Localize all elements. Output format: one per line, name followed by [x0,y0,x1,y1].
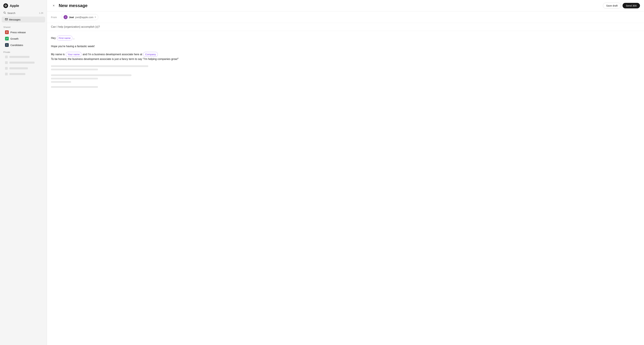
skeleton-line-3 [51,74,132,76]
skeleton-dot-4 [5,73,8,75]
press-release-label: Press release [10,31,26,34]
skeleton-dot-1 [5,56,8,58]
close-icon: × [53,4,55,8]
skeleton-dot-3 [5,67,8,70]
shared-section-label: Shared [0,23,47,29]
sidebar: Apple Search 1.2K Messages Shared [0,0,47,345]
private-item-4 [2,71,45,77]
skeleton-bar-2 [10,62,34,64]
skeleton-line-4 [51,78,98,79]
messages-label: Messages [9,18,20,21]
press-release-icon [5,30,9,34]
messages-icon [5,18,8,21]
app-name: Apple [10,4,19,8]
business-dev-text: and I'm a business development associate… [83,53,143,56]
growth-label: Growth [10,37,18,40]
compose-area: From J Joei joei@apple.com ▾ Can I help … [47,12,644,345]
from-selector[interactable]: J Joei joei@apple.com ▾ [61,14,98,20]
send-button[interactable]: Send 300 [622,3,640,9]
skeleton-block-1 [51,65,640,70]
sender-avatar: J [64,15,68,19]
from-label: From [51,16,59,19]
growth-icon [5,37,9,41]
save-draft-button[interactable]: Save draft [603,3,621,9]
skeleton-block-2 [51,74,640,83]
search-label: Search [8,12,16,15]
skeleton-dot-2 [5,61,8,64]
your-name-tag[interactable]: Your name [66,52,82,57]
chevron-down-icon: ▾ [95,16,96,18]
my-name-is-text: My name is [51,53,66,56]
skeleton-bar-1 [10,56,30,58]
from-row: From J Joei joei@apple.com ▾ [47,12,644,23]
svg-line-3 [5,13,6,14]
skeleton-line-5 [51,81,71,83]
first-name-tag[interactable]: First name [57,36,72,41]
messages-nav-item[interactable]: Messages [2,17,45,23]
intro-paragraph: My name is Your name and I'm a business … [51,52,640,62]
app-logo [3,3,8,8]
skeleton-line-1 [51,65,148,67]
comma-text: , [74,37,74,40]
search-count: 1.2K [39,12,44,14]
compose-title: New message [59,3,88,8]
subject-text: Can I help {organization} accomplish {x}… [51,25,100,28]
week-paragraph: Hope you're having a fantastic week! [51,44,640,49]
private-item-2 [2,60,45,65]
skeleton-block-3 [51,86,640,88]
candidates-icon [5,43,9,47]
sender-email: joei@apple.com [75,16,94,19]
private-item-3 [2,66,45,71]
skeleton-line-6 [51,86,98,88]
skeleton-bar-3 [10,67,28,69]
skeleton-line-2 [51,69,98,70]
sidebar-header: Apple [0,0,47,10]
compose-header: × New message Save draft Send 300 [47,0,644,12]
main-content: × New message Save draft Send 300 From J… [47,0,644,345]
sidebar-item-press-release[interactable]: Press release [2,29,45,35]
email-body[interactable]: Hey First name , Hope you're having a fa… [47,31,644,96]
candidates-label: Candidates [10,44,23,47]
company-tag[interactable]: Company [143,52,158,57]
header-actions: Save draft Send 300 [603,3,640,9]
header-left: × New message [51,3,88,9]
close-button[interactable]: × [51,3,56,9]
honest-text: To be honest, the business development a… [51,58,178,61]
sidebar-item-candidates[interactable]: Candidates [2,42,45,48]
sidebar-item-growth[interactable]: Growth [2,36,45,42]
search-icon [3,12,6,15]
private-section-label: Private [0,48,47,54]
private-item-1 [2,54,45,60]
hey-text: Hey [51,37,56,40]
greeting-paragraph: Hey First name , [51,36,640,41]
search-button[interactable]: Search 1.2K [0,10,47,16]
sender-name: Joei [69,16,74,19]
subject-row[interactable]: Can I help {organization} accomplish {x}… [47,23,644,31]
skeleton-bar-4 [10,73,25,75]
week-text: Hope you're having a fantastic week! [51,45,95,48]
svg-point-1 [5,5,6,6]
